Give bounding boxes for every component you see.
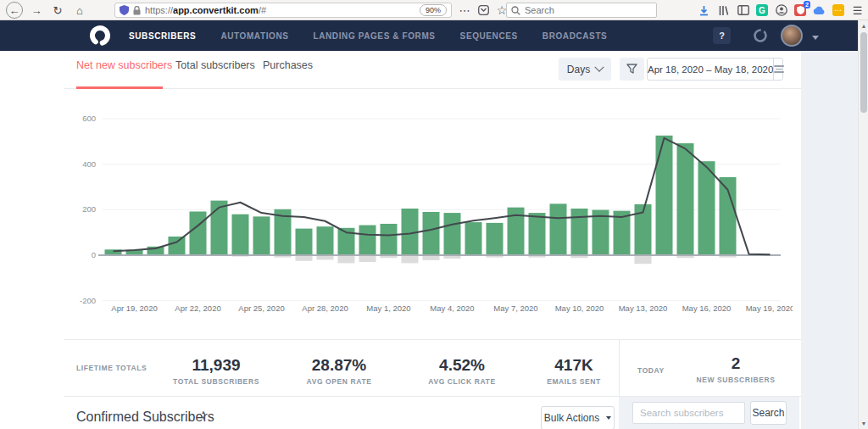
date-range-picker[interactable]: Apr 18, 2020 – May 18, 2020 <box>647 58 783 81</box>
svg-text:May 16, 2020: May 16, 2020 <box>682 304 732 313</box>
scroll-down-icon[interactable]: ▼ <box>859 421 868 426</box>
stat-total-subscribers: 11,939 TOTAL SUBSCRIBERS <box>153 356 280 386</box>
page-background <box>801 51 858 429</box>
svg-text:May 1, 2020: May 1, 2020 <box>366 304 410 313</box>
notes-extension-icon[interactable]: ⋯ <box>832 4 844 16</box>
scrollbar[interactable]: ▲ ▼ <box>858 20 868 429</box>
nav-item-landing-pages-forms[interactable]: LANDING PAGES & FORMS <box>314 31 436 41</box>
nav-item-automations[interactable]: AUTOMATIONS <box>220 31 288 41</box>
subscribers-chart: 6004002000-200Apr 19, 2020Apr 22, 2020Ap… <box>64 89 793 335</box>
stat-label: TOTAL SUBSCRIBERS <box>153 377 280 386</box>
stat-avg-click-rate: 4.52% AVG CLICK RATE <box>398 356 526 386</box>
account-icon[interactable] <box>775 4 787 17</box>
download-icon[interactable] <box>698 4 710 17</box>
account-menu-caret-icon[interactable] <box>812 36 819 40</box>
svg-text:0: 0 <box>92 250 96 259</box>
svg-text:400: 400 <box>82 159 96 169</box>
svg-text:200: 200 <box>82 204 96 214</box>
svg-text:Apr 22, 2020: Apr 22, 2020 <box>175 304 220 313</box>
stat-label: AVG OPEN RATE <box>275 377 403 386</box>
search-icon <box>511 6 520 15</box>
tab-net-new-subscribers[interactable]: Net new subscribers <box>76 59 172 71</box>
sort-icon[interactable]: ▲▼ <box>201 410 206 421</box>
browser-search-input[interactable] <box>525 5 626 15</box>
pocket-icon[interactable] <box>475 2 492 19</box>
status-ring-icon[interactable] <box>753 28 768 43</box>
adblock-extension-icon[interactable]: 2 <box>794 4 806 16</box>
filter-funnel-icon <box>626 64 637 75</box>
browser-toolbar: ← → ↻ ⌂ https://app.convertkit.com/# 90%… <box>0 0 868 20</box>
stat-value: 2 <box>672 354 799 373</box>
home-icon[interactable]: ⌂ <box>71 2 88 19</box>
svg-text:May 19, 2020: May 19, 2020 <box>746 304 793 313</box>
zoom-level-badge[interactable]: 90% <box>420 4 447 16</box>
library-icon[interactable] <box>717 4 730 17</box>
confirmed-subscribers-title: Confirmed Subscribers <box>76 410 214 425</box>
nav-item-subscribers[interactable]: SUBSCRIBERS <box>129 31 196 41</box>
stat-label: AVG CLICK RATE <box>398 377 526 386</box>
help-button[interactable]: ? <box>713 27 731 44</box>
chevron-down-icon <box>595 62 604 71</box>
scrollbar-thumb[interactable] <box>860 32 867 113</box>
app-navbar: SUBSCRIBERS AUTOMATIONS LANDING PAGES & … <box>0 20 858 51</box>
url-text: https://app.convertkit.com/# <box>145 5 266 15</box>
lock-icon <box>133 6 141 15</box>
svg-text:Apr 19, 2020: Apr 19, 2020 <box>111 304 157 313</box>
svg-text:May 7, 2020: May 7, 2020 <box>493 304 537 313</box>
browser-search-bar[interactable] <box>506 3 657 18</box>
svg-text:May 13, 2020: May 13, 2020 <box>619 304 668 313</box>
convertkit-logo-icon[interactable] <box>88 24 112 47</box>
forward-icon[interactable]: → <box>28 2 45 19</box>
today-label: TODAY <box>637 366 665 375</box>
date-range-value: Apr 18, 2020 – May 18, 2020 <box>648 64 773 75</box>
nav-item-sequences[interactable]: SEQUENCES <box>460 31 518 41</box>
svg-text:600: 600 <box>82 114 96 123</box>
svg-text:Apr 28, 2020: Apr 28, 2020 <box>302 304 348 313</box>
stat-label: EMAILS SENT <box>510 377 637 386</box>
stat-value: 11,939 <box>153 356 280 375</box>
period-dropdown-value: Days <box>567 64 590 75</box>
bulk-actions-label: Bulk Actions <box>544 412 599 424</box>
back-icon[interactable]: ← <box>6 2 23 19</box>
divider <box>64 339 801 340</box>
cloud-extension-icon[interactable] <box>813 4 826 17</box>
subscriber-search-button[interactable]: Search <box>750 401 787 425</box>
tracking-shield-icon[interactable] <box>120 5 129 15</box>
period-dropdown[interactable]: Days <box>559 58 611 81</box>
sidebar-toggle-icon[interactable] <box>737 4 749 17</box>
stat-new-subscribers-today: 2 NEW SUBSCRIBERS <box>672 354 799 384</box>
svg-text:May 4, 2020: May 4, 2020 <box>430 304 474 313</box>
grammarly-extension-icon[interactable]: G <box>756 4 768 16</box>
date-presets-icon[interactable] <box>773 58 784 80</box>
stat-value: 4.52% <box>398 356 526 375</box>
extension-badge: 2 <box>804 1 810 8</box>
svg-text:May 10, 2020: May 10, 2020 <box>555 304 604 313</box>
subscriber-search-panel: Search <box>619 397 799 429</box>
stat-value: 28.87% <box>275 356 403 375</box>
stat-label: NEW SUBSCRIBERS <box>672 376 799 384</box>
stat-emails-sent: 417K EMAILS SENT <box>510 356 637 386</box>
caret-down-icon <box>606 416 611 420</box>
avatar[interactable] <box>781 25 803 47</box>
reload-icon[interactable]: ↻ <box>49 2 66 19</box>
stat-avg-open-rate: 28.87% AVG OPEN RATE <box>275 356 403 386</box>
bulk-actions-button[interactable]: Bulk Actions <box>541 406 615 429</box>
scroll-up-icon[interactable]: ▲ <box>859 23 868 29</box>
subscriber-search-input[interactable] <box>632 402 745 424</box>
svg-text:-200: -200 <box>80 296 96 305</box>
stat-value: 417K <box>510 356 637 375</box>
svg-text:Apr 25, 2020: Apr 25, 2020 <box>238 304 284 313</box>
url-bar[interactable]: https://app.convertkit.com/# 90% <box>114 3 452 18</box>
filter-button[interactable] <box>620 58 644 81</box>
lifetime-totals-label: LIFETIME TOTALS <box>76 364 147 372</box>
tab-purchases[interactable]: Purchases <box>263 59 313 71</box>
nav-item-broadcasts[interactable]: BROADCASTS <box>542 31 608 41</box>
tab-total-subscribers[interactable]: Total subscribers <box>175 59 255 71</box>
menu-icon[interactable]: ☰ <box>851 4 864 17</box>
page-actions-icon[interactable]: ⋯ <box>456 2 473 19</box>
